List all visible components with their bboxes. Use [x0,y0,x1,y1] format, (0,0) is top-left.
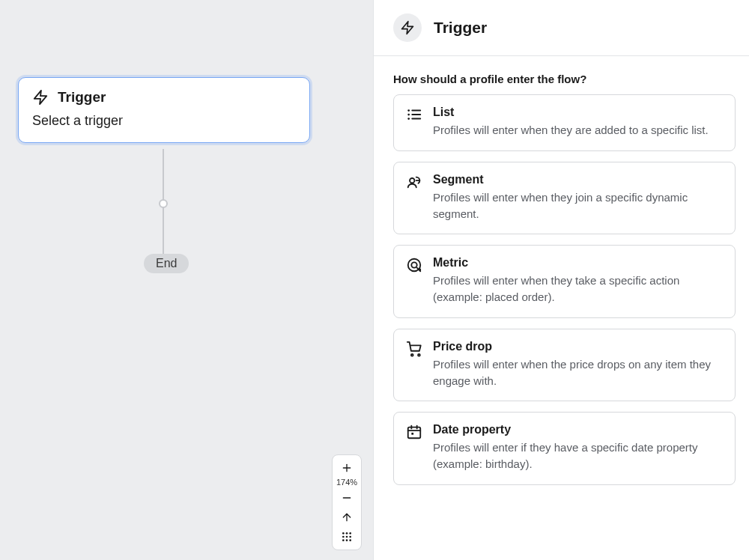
panel-header-icon-wrap [393,13,422,42]
svg-point-25 [418,354,420,356]
option-desc: Profiles will enter when they join a spe… [433,189,723,222]
option-desc: Profiles will enter when they take a spe… [433,273,723,305]
trigger-option-list[interactable]: List Profiles will enter when they are a… [393,94,736,151]
svg-marker-0 [34,91,47,104]
option-title: List [433,106,723,119]
cart-icon [406,340,422,389]
panel-question: How should a profile enter the flow? [393,73,736,85]
list-icon [406,106,422,139]
zoom-in-button[interactable] [333,458,361,478]
svg-point-7 [349,532,351,535]
option-title: Date property [433,423,723,436]
trigger-node-subtitle: Select a trigger [32,113,296,129]
option-desc: Profiles will enter if they have a speci… [433,439,723,472]
svg-point-13 [349,539,351,541]
trigger-option-price-drop[interactable]: Price drop Profiles will enter when the … [393,329,736,402]
option-desc: Profiles will enter when the price drops… [433,356,723,389]
zoom-panel: 174% [332,454,362,550]
trigger-node-header: Trigger [32,89,296,106]
svg-point-9 [346,536,348,538]
option-title: Segment [433,173,723,186]
svg-point-12 [346,539,348,541]
bolt-icon [32,89,49,106]
minus-icon [341,492,353,504]
svg-point-24 [411,354,413,356]
flow-canvas[interactable]: Trigger Select a trigger End 174% [0,0,373,560]
arrow-up-icon [341,511,353,523]
svg-point-21 [410,178,414,183]
svg-point-10 [349,536,351,538]
zoom-level-label: 174% [336,478,357,488]
svg-point-8 [342,536,345,538]
bolt-icon [400,20,415,35]
trigger-option-segment[interactable]: Segment Profiles will enter when they jo… [393,162,736,235]
svg-point-18 [407,109,410,112]
panel-body: How should a profile enter the flow? Lis… [374,56,749,496]
option-desc: Profiles will enter when they are added … [433,122,723,139]
svg-marker-14 [402,22,413,34]
svg-rect-26 [408,427,421,439]
trigger-option-metric[interactable]: Metric Profiles will enter when they tak… [393,245,736,318]
metric-icon [406,256,422,305]
trigger-option-date-property[interactable]: Date property Profiles will enter if the… [393,412,736,485]
svg-point-11 [342,539,345,541]
flow-connector-dot[interactable] [159,199,168,208]
svg-point-23 [411,263,416,268]
canvas-menu-button[interactable] [333,527,361,547]
trigger-node[interactable]: Trigger Select a trigger [18,77,310,143]
option-title: Metric [433,256,723,270]
svg-point-6 [346,532,348,535]
trigger-node-title: Trigger [58,89,106,106]
zoom-fit-button[interactable] [333,508,361,527]
calendar-icon [406,423,422,472]
svg-point-20 [407,118,410,120]
segment-icon [406,173,422,222]
option-title: Price drop [433,340,723,353]
plus-icon [341,462,353,474]
svg-point-5 [342,532,345,535]
grid-dots-icon [341,531,353,543]
end-badge: End [144,254,189,273]
svg-point-19 [407,114,410,116]
panel-title: Trigger [434,19,487,37]
trigger-config-panel: Trigger How should a profile enter the f… [373,0,749,560]
zoom-out-button[interactable] [333,488,361,508]
svg-rect-30 [411,433,413,435]
panel-header: Trigger [374,0,749,56]
